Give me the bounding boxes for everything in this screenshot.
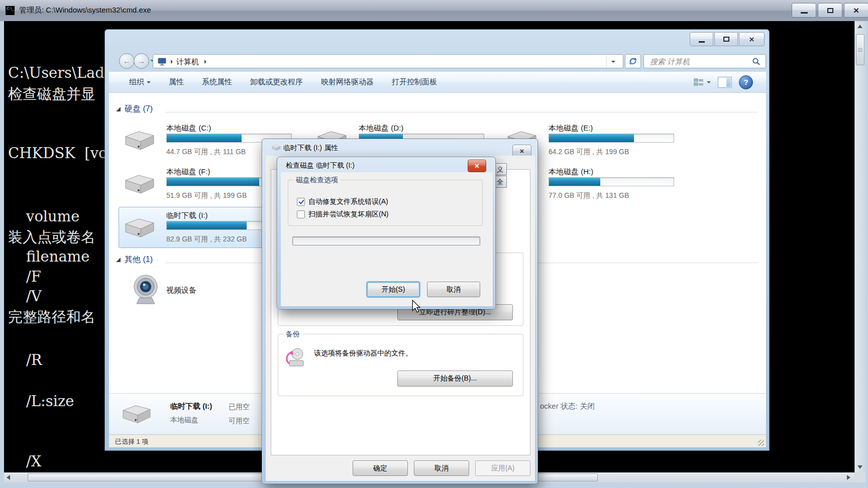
drive-capacity-fill [167,134,242,142]
button-label: 开始(S) [382,285,405,294]
breadcrumb-computer[interactable]: 计算机 [176,57,199,67]
scroll-down-icon[interactable] [857,465,862,469]
console-text-line: C:\Users\Lad [8,64,104,81]
minimize-icon [699,41,705,43]
explorer-close-button[interactable]: × [739,32,765,46]
checkdisk-option-1[interactable]: 自动修复文件系统错误(A) [297,197,388,206]
drive-name: 本地磁盘 (H:) [549,167,593,177]
drive-name: 临时下载 (I:) [166,211,208,220]
drive-icon [121,402,152,427]
close-icon: × [520,147,524,155]
scroll-right-icon[interactable] [847,475,850,480]
button-label: 确定 [373,464,387,473]
address-bar[interactable]: 计算机 [153,54,623,68]
preview-pane-icon [726,78,731,87]
start-backup-button[interactable]: 开始备份(B)... [397,371,513,387]
scroll-corner [854,472,865,482]
drive-capacity-bar [549,134,674,143]
cmd-close-button[interactable]: × [844,3,868,18]
help-icon: ? [743,78,748,86]
close-icon: × [749,35,754,44]
forward-arrow-icon: → [138,57,146,66]
console-text-line: filename [26,248,89,265]
computer-icon [158,58,167,66]
toolbar-item-3[interactable]: 系统属性 [202,77,232,87]
cmd-left-border [0,21,4,488]
explorer-caption-buttons: × [690,32,765,46]
checkbox-checked[interactable] [297,198,305,206]
checkbox-unchecked[interactable] [297,210,305,218]
maximize-icon [723,37,729,42]
toolbar-item-5[interactable]: 映射网络驱动器 [321,77,374,87]
breadcrumb-arrow-icon[interactable] [171,60,173,64]
webcam-icon [131,274,161,306]
ok-button[interactable]: 确定 [353,460,408,476]
forward-button[interactable]: → [134,53,149,69]
drive-capacity-bar [549,177,674,186]
toolbar-item-4[interactable]: 卸载或更改程序 [250,77,303,87]
search-icon[interactable] [752,57,761,66]
console-text-line: /X [26,453,41,470]
details-subtitle: 本地磁盘 [170,416,198,425]
cmd-maximize-button[interactable] [818,3,842,18]
search-box[interactable]: 搜索 计算机 [643,54,766,68]
drive-name: 本地磁盘 (D:) [359,124,403,133]
preview-pane-button[interactable] [718,77,732,88]
checkdisk-dialog: 检查磁盘 临时下载 (I:) × 磁盘检查选项 自动修复文件系统错误(A)扫描并… [277,157,496,309]
toolbar-item-2[interactable]: 属性 [169,77,184,87]
drive-free-space: 82.9 GB 可用 , 共 232 GB [166,235,247,244]
start-button[interactable]: 开始(S) [367,282,420,297]
explorer-maximize-button[interactable] [714,32,738,46]
address-dropdown-icon[interactable] [611,61,615,63]
back-arrow-icon: ← [123,57,131,66]
thumb-grip [858,48,862,52]
vertical-scroll-thumb[interactable] [856,34,864,65]
drive-icon [124,128,156,154]
scroll-left-icon[interactable] [7,475,10,480]
scroll-up-icon[interactable] [857,25,862,28]
apply-button[interactable]: 应用(A) [475,460,530,476]
cmd-minimize-button[interactable] [792,3,816,18]
details-title: 临时下载 (I:) [170,402,212,411]
resize-grip[interactable] [758,440,764,446]
change-view-button[interactable] [694,78,711,86]
screen: C:\_ 管理员: C:\Windows\system32\cmd.exe × … [0,0,868,488]
checkdisk-progress-bar [292,236,480,246]
drive-free-space: 51.9 GB 可用 , 共 199 GB [166,191,247,200]
drive-icon [124,171,156,197]
views-icon [694,78,704,86]
breadcrumb-arrow-icon[interactable] [204,60,206,64]
console-text-line: /F [26,268,41,285]
toolbar-item-1[interactable]: 组织 [129,77,151,87]
backup-description: 该选项将备份驱动器中的文件。 [314,349,412,358]
properties-dialog-title: 临时下载 (I:) 属性 [283,144,338,153]
backup-icon [285,347,306,369]
explorer-minimize-button[interactable] [690,32,713,46]
video-device-item[interactable] [131,274,161,308]
help-button[interactable]: ? [739,75,753,89]
checkdisk-option-2[interactable]: 扫描并尝试恢复坏扇区(N) [297,210,388,219]
refresh-button[interactable] [625,54,641,68]
checkdisk-cancel-button[interactable]: 取消 [427,282,480,297]
details-free-space: 可用空 [229,417,250,426]
drive-name: 本地磁盘 (E:) [549,124,593,133]
drive-name: 本地磁盘 (C:) [166,124,211,133]
toolbar-item-label: 卸载或更改程序 [250,77,303,87]
drive-icon [124,215,156,241]
drive-capacity-fill [549,134,634,142]
console-text-line: 装入点或卷名 [8,227,95,248]
checkdisk-options-group: 磁盘检查选项 自动修复文件系统错误(A)扫描并尝试恢复坏扇区(N) [288,180,483,226]
toolbar-item-label: 系统属性 [202,77,232,87]
button-label: 取消 [435,464,449,473]
video-device-label: 视频设备 [166,286,196,295]
checkdisk-close-button[interactable]: × [468,160,486,172]
toolbar-item-label: 组织 [129,77,144,87]
cmd-vertical-scrollbar[interactable] [854,21,865,472]
console-text-line: /V [26,288,42,305]
button-label: 应用(A) [491,464,515,473]
cancel-button[interactable]: 取消 [414,460,469,476]
back-button[interactable]: ← [119,53,135,69]
cmd-window-title: 管理员: C:\Windows\system32\cmd.exe [19,6,151,15]
status-text: 已选择 1 项 [115,437,148,446]
toolbar-item-6[interactable]: 打开控制面板 [392,77,437,87]
